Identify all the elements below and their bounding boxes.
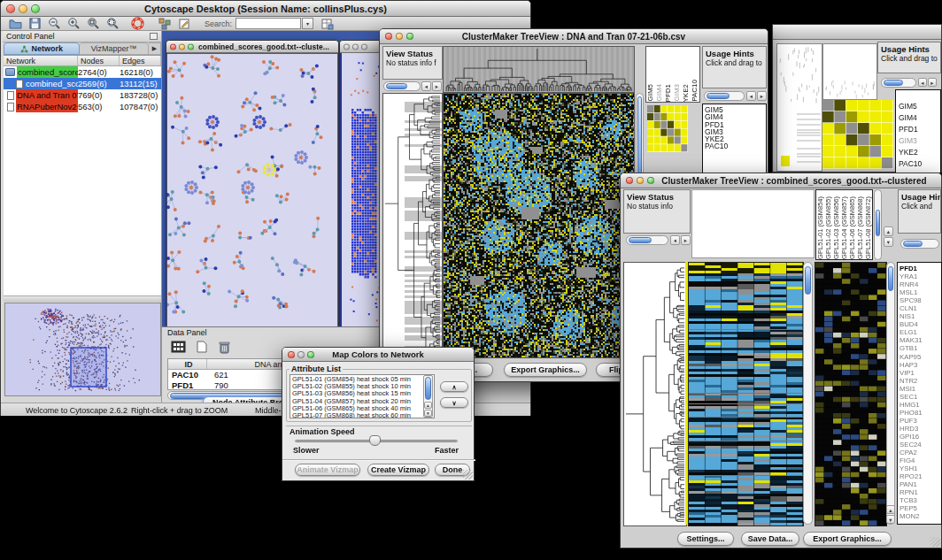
zoom-matrix-canvas[interactable] [647,105,688,152]
zoom-matrix-canvas[interactable] [822,100,893,169]
network-table-row[interactable]: RNAPuberNov2+I 563(0) 107847(0) [4,101,161,112]
gene-label: YRA1 [900,272,939,280]
zoom-selected-icon[interactable] [84,16,103,32]
attribute-list[interactable]: GPL51-01 (GSM854) heat shock 05 minGPL51… [290,374,435,418]
close-button[interactable] [170,43,176,50]
row-dendrogram-canvas[interactable] [382,93,443,358]
close-button[interactable] [6,4,15,13]
close-button[interactable] [288,351,295,358]
network-view-2-canvas[interactable] [340,53,382,326]
scroll-down-icon[interactable]: ▾ [886,515,895,524]
float-panel-icon[interactable] [150,33,158,40]
network-table-row[interactable]: combined_scores 2764(0) 16218(0) [4,66,161,78]
annotation-icon[interactable] [174,16,193,32]
export-graphics-button[interactable]: Export Graphics... [504,363,587,377]
animate-vizmap-button[interactable]: Animate Vizmap [295,464,360,476]
search-input[interactable] [236,18,301,29]
close-button[interactable] [344,43,350,50]
heatmap-canvas[interactable] [688,262,804,526]
zoom-out-icon[interactable] [45,16,64,32]
scroll-up-icon[interactable]: ▴ [424,402,432,409]
scroll-right-icon[interactable]: ▸ [757,91,767,101]
minimize-button[interactable] [637,177,644,184]
scroll-left-icon[interactable]: ◂ [421,81,431,91]
search-dropdown-arrow[interactable]: ▾ [302,18,313,29]
scroll-left-icon[interactable]: ◂ [918,78,927,87]
vizmap-icon[interactable] [155,16,174,32]
treeview-dna-title-bar[interactable]: ClusterMaker TreeView : DNA and Tran 07-… [380,29,768,44]
new-attribute-icon[interactable] [192,339,211,355]
network-table-row[interactable]: combined_sco 2569(6) 13112(15) [4,78,161,89]
zoom-button[interactable] [406,33,413,40]
zoom-button[interactable] [647,177,654,184]
treeview-fragment-title-bar[interactable] [773,25,941,40]
close-button[interactable] [626,177,633,184]
scroll-up-icon[interactable]: ▴ [886,505,895,514]
save-icon[interactable] [26,16,44,32]
search-results-icon[interactable] [318,16,336,32]
usage-hints-box: Usage Hints Click and drag to [877,42,941,73]
resize-grip[interactable] [463,470,473,479]
move-down-button[interactable]: ∨ [440,397,468,408]
gene-label: MON2 [900,512,939,520]
resize-grip[interactable] [930,537,940,547]
minimize-button[interactable] [179,43,185,50]
open-folder-icon[interactable] [6,16,25,32]
settings-button[interactable]: Settings... [677,532,734,546]
scroll-right-icon[interactable]: ▸ [928,78,937,87]
labels-hscrollbar[interactable] [704,91,745,101]
scroll-right-icon[interactable]: ▸ [432,81,442,91]
network-overview-canvas[interactable] [4,303,161,396]
network-view-canvas[interactable] [166,53,338,326]
zoom-fit-icon[interactable] [104,16,122,32]
column-dendrogram-canvas[interactable] [443,46,635,93]
network-table-header[interactable]: Network Nodes Edges [4,56,161,66]
minimize-button[interactable] [297,351,305,358]
heatmap-canvas[interactable] [443,93,635,358]
zoom-button[interactable] [188,43,194,50]
labels-vscrollbar[interactable] [874,189,882,260]
minimize-button[interactable] [19,4,27,13]
minimize-button[interactable] [396,33,403,40]
delete-attribute-icon[interactable] [215,339,234,355]
close-button[interactable] [385,33,392,40]
genes-hscrollbar[interactable] [900,239,939,249]
treeview-combined-title-bar[interactable]: ClusterMaker TreeView : combined_scores_… [621,173,941,188]
gene-label: PAC10 [705,142,764,150]
main-title-bar[interactable]: Cytoscape Desktop (Session Name: collins… [1,1,530,17]
speed-slider-thumb[interactable] [369,435,381,446]
export-graphics-button[interactable]: Export Graphics... [803,532,892,546]
create-vizmap-button[interactable]: Create Vizmap [367,464,429,476]
tab-network[interactable]: Network [4,42,80,55]
minimize-button[interactable] [352,43,359,50]
scroll-down-icon[interactable]: ▾ [884,237,893,247]
network-table-row[interactable]: DNA and Tran 07 769(0) 183728(0) [4,89,161,101]
tab-vizmapper[interactable]: VizMapper™ [80,42,149,55]
scroll-left-icon[interactable]: ◂ [746,91,756,101]
map-dialog-title-bar[interactable]: Map Colors to Network [282,348,474,362]
dendro-hscrollbar[interactable] [626,235,668,245]
scroll-right-icon[interactable]: ▸ [681,235,691,245]
zoom-in-icon[interactable] [65,16,83,32]
network-window-1-title-bar[interactable]: combined_scores_good.txt--cluste... [166,41,338,53]
zoom-vscrollbar[interactable] [886,262,895,525]
tab-overflow-button[interactable]: ▶ [149,42,161,55]
save-data-button[interactable]: Save Data... [741,532,799,546]
scroll-up-icon[interactable]: ▴ [884,226,893,236]
help-ring-icon[interactable] [128,16,147,32]
column-label: PAC10 [691,80,699,102]
scroll-left-icon[interactable]: ◂ [670,235,680,245]
zoom-button[interactable] [307,351,314,358]
row-dendrogram-canvas[interactable] [623,262,687,526]
attribute-grid-icon[interactable] [169,339,188,355]
heatmap-vscrollbar[interactable] [803,262,813,525]
dendro-hscrollbar[interactable] [383,81,421,91]
scroll-down-icon[interactable]: ▾ [424,410,432,417]
panel-divider[interactable] [4,296,161,302]
move-up-button[interactable]: ∧ [440,381,468,392]
zoom-heatmap-canvas[interactable] [815,262,887,526]
network-window-2-title-bar[interactable] [340,41,382,53]
zoom-button[interactable] [361,43,367,50]
zoom-button[interactable] [31,4,40,13]
fragment-hscrollbar[interactable] [881,78,916,88]
